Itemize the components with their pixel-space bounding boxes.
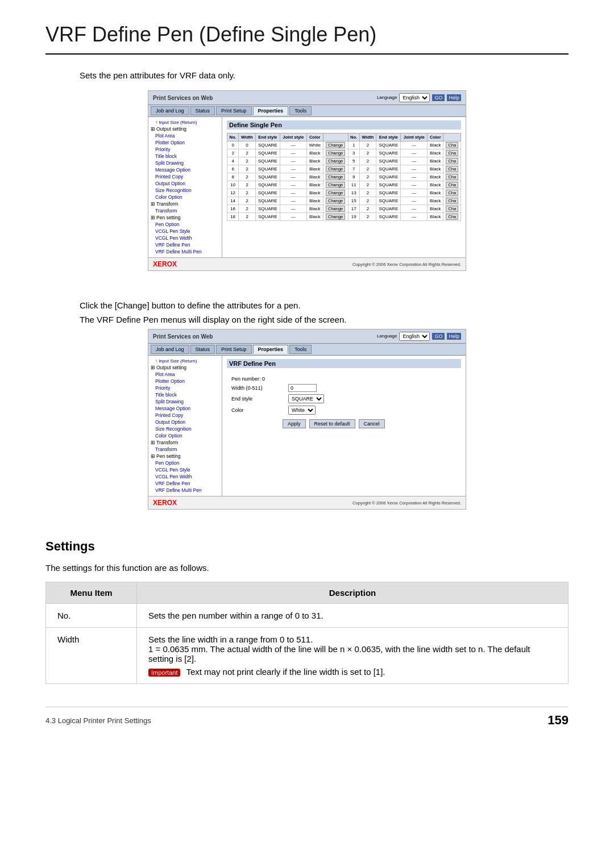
change-btn-7[interactable]: Cha — [446, 166, 458, 172]
sidebar-vcgl-pen-style1[interactable]: VCGL Pen Style — [151, 228, 219, 235]
sidebar-output-setting1[interactable]: ⊞Output setting — [151, 126, 219, 132]
change-btn-2[interactable]: Change — [326, 150, 345, 156]
tab-job-log2[interactable]: Job and Log — [151, 345, 189, 354]
color-select[interactable]: White — [288, 406, 316, 415]
change-btn-5[interactable]: Cha — [446, 158, 458, 164]
sidebar-printed-copy2[interactable]: Printed Copy — [151, 412, 219, 419]
pen-row-18: 182SQUARE—Black Change 192SQUARE—Black C… — [227, 213, 461, 221]
sidebar-plot-area2[interactable]: Plot Area — [151, 371, 219, 378]
change-btn-14[interactable]: Change — [326, 198, 345, 204]
tab-job-log1[interactable]: Job and Log — [151, 106, 189, 115]
sidebar-vrf-multi-pen2[interactable]: VRF Define Multi Pen — [151, 487, 219, 494]
psw-header-right1: Language English GO Help — [377, 93, 461, 102]
change-btn-18[interactable]: Change — [326, 214, 345, 220]
change-btn-9[interactable]: Cha — [446, 174, 458, 180]
psw-content1: Define Single Pen No. Width End style Jo… — [222, 117, 466, 257]
tab-print-setup1[interactable]: Print Setup — [216, 106, 252, 115]
content-title1: Define Single Pen — [227, 120, 461, 130]
sidebar-vcgl-pen-style2[interactable]: VCGL Pen Style — [151, 466, 219, 473]
tab-properties2[interactable]: Properties — [253, 345, 289, 354]
sidebar-transform-section2[interactable]: ⊞Transform — [151, 439, 219, 446]
sidebar-size-recognition1[interactable]: Size Recognition — [151, 187, 219, 194]
sidebar-printed-copy1[interactable]: Printed Copy — [151, 173, 219, 180]
sidebar-output-option1[interactable]: Output Option — [151, 180, 219, 187]
sidebar-input-size1[interactable]: ↑ Input Size (Return) — [151, 119, 219, 126]
help-button1[interactable]: Help — [447, 94, 461, 101]
sidebar-transform2[interactable]: Transform — [151, 446, 219, 453]
sidebar-plot-area1[interactable]: Plot Area — [151, 132, 219, 139]
sidebar-title-block2[interactable]: Title block — [151, 391, 219, 398]
cancel-button[interactable]: Cancel — [359, 419, 385, 428]
sidebar-color-option2[interactable]: Color Option — [151, 432, 219, 439]
change-btn-15[interactable]: Cha — [446, 198, 458, 204]
sidebar-split-drawing2[interactable]: Split Drawing — [151, 398, 219, 405]
apply-button[interactable]: Apply — [283, 419, 306, 428]
tab-status1[interactable]: Status — [190, 106, 215, 115]
sidebar-input-size2[interactable]: ↑ Input Size (Return) — [151, 358, 219, 364]
important-badge: Important — [148, 669, 180, 677]
width-input[interactable] — [288, 384, 317, 392]
tab-print-setup2[interactable]: Print Setup — [216, 345, 252, 354]
sidebar-split-drawing1[interactable]: Split Drawing — [151, 160, 219, 166]
reset-button[interactable]: Reset to default — [309, 419, 355, 428]
sidebar-pen-option2[interactable]: Pen Option — [151, 460, 219, 466]
change-btn-17[interactable]: Cha — [446, 206, 458, 212]
change-btn-13[interactable]: Cha — [446, 190, 458, 196]
sidebar-priority2[interactable]: Priority — [151, 385, 219, 391]
change-btn-8[interactable]: Change — [326, 174, 345, 180]
sidebar-transform-section1[interactable]: ⊞Transform — [151, 201, 219, 207]
psw-header-right2: Language English GO Help — [377, 332, 461, 341]
sidebar-transform1[interactable]: Transform — [151, 207, 219, 214]
settings-desc-no: Sets the pen number within a range of 0 … — [137, 604, 569, 628]
psw-nav1: Job and Log Status Print Setup Propertie… — [148, 105, 466, 117]
sidebar-pen-setting1[interactable]: ⊞Pen setting — [151, 214, 219, 221]
change-btn-11[interactable]: Cha — [446, 182, 458, 188]
tab-properties1[interactable]: Properties — [253, 106, 289, 115]
tab-tools1[interactable]: Tools — [289, 106, 312, 115]
sidebar-vrf-define-pen1[interactable]: VRF Define Pen — [151, 241, 219, 248]
sidebar-vcgl-pen-width1[interactable]: VCGL Pen Width — [151, 235, 219, 241]
sidebar-priority1[interactable]: Priority — [151, 146, 219, 153]
change-btn-16[interactable]: Change — [326, 206, 345, 212]
psw-footer1: XEROX Copyright © 2006 Xerox Corporation… — [148, 257, 466, 270]
language-select2[interactable]: English — [399, 332, 430, 341]
psw-header1: Print Services on Web Language English G… — [148, 91, 466, 105]
change-btn-10[interactable]: Change — [326, 182, 345, 188]
th-change1a — [323, 133, 348, 141]
tab-status2[interactable]: Status — [190, 345, 215, 354]
sidebar-vcgl-pen-width2[interactable]: VCGL Pen Width — [151, 473, 219, 480]
go-button1[interactable]: GO — [432, 94, 445, 101]
sidebar-size-recognition2[interactable]: Size Recognition — [151, 425, 219, 432]
sidebar-plotter-option2[interactable]: Plotter Option — [151, 378, 219, 385]
sidebar-output-setting2[interactable]: ⊞Output setting — [151, 364, 219, 371]
go-button2[interactable]: GO — [432, 333, 445, 340]
sidebar-plotter-option1[interactable]: Plotter Option — [151, 139, 219, 146]
sidebar-output-option2[interactable]: Output Option — [151, 419, 219, 425]
change-btn-4[interactable]: Change — [326, 158, 345, 164]
important-text: Text may not print clearly if the line w… — [186, 667, 385, 677]
page-title: VRF Define Pen (Define Single Pen) — [45, 23, 569, 55]
sidebar-message-option1[interactable]: Message Option — [151, 166, 219, 173]
end-style-select[interactable]: SQUARE — [288, 394, 324, 403]
sidebar-color-option1[interactable]: Color Option — [151, 194, 219, 201]
sidebar-vrf-define-pen2[interactable]: VRF Define Pen — [151, 480, 219, 487]
th-color1a: Color — [306, 133, 323, 141]
tab-tools2[interactable]: Tools — [289, 345, 312, 354]
change-btn-6[interactable]: Change — [326, 166, 345, 172]
change-btn-1[interactable]: Cha — [446, 142, 458, 148]
sidebar-vrf-multi-pen1[interactable]: VRF Define Multi Pen — [151, 248, 219, 255]
footer-copy1: Copyright © 2006 Xerox Corporation All R… — [352, 262, 461, 267]
psw-content2: VRF Define Pen Pen number: 0 Width (0-51… — [222, 356, 466, 496]
change-btn-3[interactable]: Cha — [446, 150, 458, 156]
color-row: Color White — [231, 406, 457, 415]
change-btn-12[interactable]: Change — [326, 190, 345, 196]
change-btn-0[interactable]: Change — [326, 142, 345, 148]
sidebar-pen-setting2[interactable]: ⊞Pen setting — [151, 453, 219, 460]
sidebar-title-block1[interactable]: Title block — [151, 153, 219, 160]
sidebar-message-option2[interactable]: Message Option — [151, 405, 219, 412]
change-btn-19[interactable]: Cha — [446, 214, 458, 220]
sidebar-pen-option1[interactable]: Pen Option — [151, 221, 219, 228]
pen-row-12: 122SQUARE—Black Change 132SQUARE—Black C… — [227, 189, 461, 197]
language-select1[interactable]: English — [399, 93, 430, 102]
help-button2[interactable]: Help — [447, 333, 461, 340]
